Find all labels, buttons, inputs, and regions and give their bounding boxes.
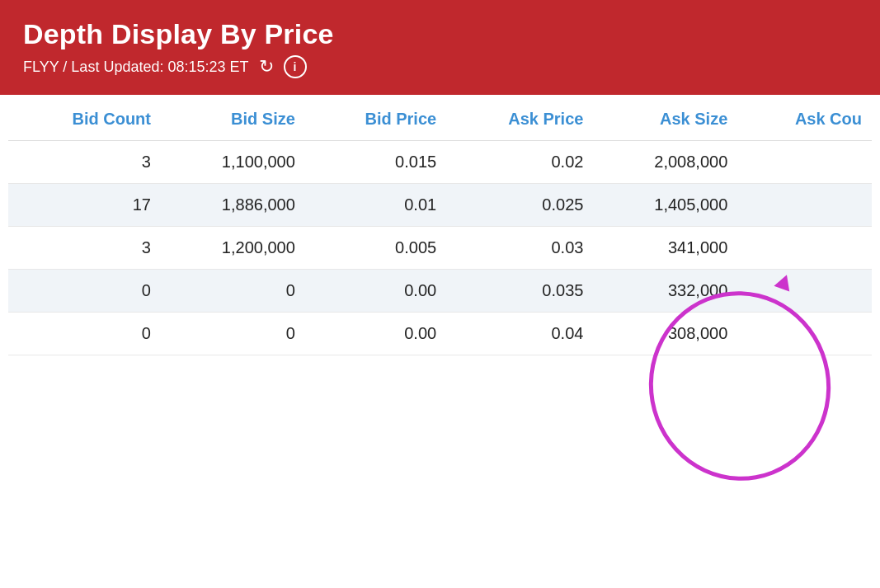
- table-row: 171,886,0000.010.0251,405,000: [8, 184, 872, 227]
- header: Depth Display By Price FLYY / Last Updat…: [0, 0, 880, 95]
- cell-r2-c2: 0.005: [305, 227, 446, 270]
- cell-r1-c0: 17: [8, 184, 161, 227]
- cell-r0-c1: 1,100,000: [161, 141, 305, 184]
- col-bid-size: Bid Size: [161, 95, 305, 141]
- cell-r3-c1: 0: [161, 270, 305, 313]
- cell-r4-c3: 0.04: [446, 313, 593, 355]
- cell-r2-c1: 1,200,000: [161, 227, 305, 270]
- cell-r1-c5: [737, 184, 872, 227]
- cell-r0-c0: 3: [8, 141, 161, 184]
- col-bid-count: Bid Count: [8, 95, 161, 141]
- cell-r4-c2: 0.00: [305, 313, 446, 355]
- table-row: 31,100,0000.0150.022,008,000: [8, 141, 872, 184]
- cell-r2-c3: 0.03: [446, 227, 593, 270]
- cell-r1-c1: 1,886,000: [161, 184, 305, 227]
- cell-r4-c4: 308,000: [593, 313, 737, 355]
- cell-r4-c1: 0: [161, 313, 305, 355]
- refresh-icon[interactable]: ↻: [259, 56, 274, 78]
- table-row: 31,200,0000.0050.03341,000: [8, 227, 872, 270]
- subtitle-text: FLYY / Last Updated: 08:15:23 ET: [23, 59, 249, 76]
- page-title: Depth Display By Price: [23, 18, 857, 50]
- header-subtitle: FLYY / Last Updated: 08:15:23 ET ↻ i: [23, 55, 857, 78]
- depth-table: Bid Count Bid Size Bid Price Ask Price A…: [8, 95, 872, 355]
- cell-r1-c3: 0.025: [446, 184, 593, 227]
- cell-r0-c4: 2,008,000: [593, 141, 737, 184]
- table-header-row: Bid Count Bid Size Bid Price Ask Price A…: [8, 95, 872, 141]
- cell-r4-c0: 0: [8, 313, 161, 355]
- col-ask-count: Ask Cou: [737, 95, 872, 141]
- table-row: 000.000.035332,000: [8, 270, 872, 313]
- cell-r0-c3: 0.02: [446, 141, 593, 184]
- table-row: 000.000.04308,000: [8, 313, 872, 355]
- col-ask-price: Ask Price: [446, 95, 593, 141]
- cell-r4-c5: [737, 313, 872, 355]
- table-container: Bid Count Bid Size Bid Price Ask Price A…: [0, 95, 880, 355]
- cell-r0-c2: 0.015: [305, 141, 446, 184]
- col-bid-price: Bid Price: [305, 95, 446, 141]
- cell-r2-c0: 3: [8, 227, 161, 270]
- info-icon[interactable]: i: [284, 55, 307, 78]
- cell-r3-c5: [737, 270, 872, 313]
- cell-r3-c3: 0.035: [446, 270, 593, 313]
- cell-r3-c2: 0.00: [305, 270, 446, 313]
- cell-r1-c4: 1,405,000: [593, 184, 737, 227]
- cell-r1-c2: 0.01: [305, 184, 446, 227]
- cell-r3-c4: 332,000: [593, 270, 737, 313]
- card: Depth Display By Price FLYY / Last Updat…: [0, 0, 880, 588]
- cell-r3-c0: 0: [8, 270, 161, 313]
- col-ask-size: Ask Size: [593, 95, 737, 141]
- cell-r2-c4: 341,000: [593, 227, 737, 270]
- cell-r2-c5: [737, 227, 872, 270]
- cell-r0-c5: [737, 141, 872, 184]
